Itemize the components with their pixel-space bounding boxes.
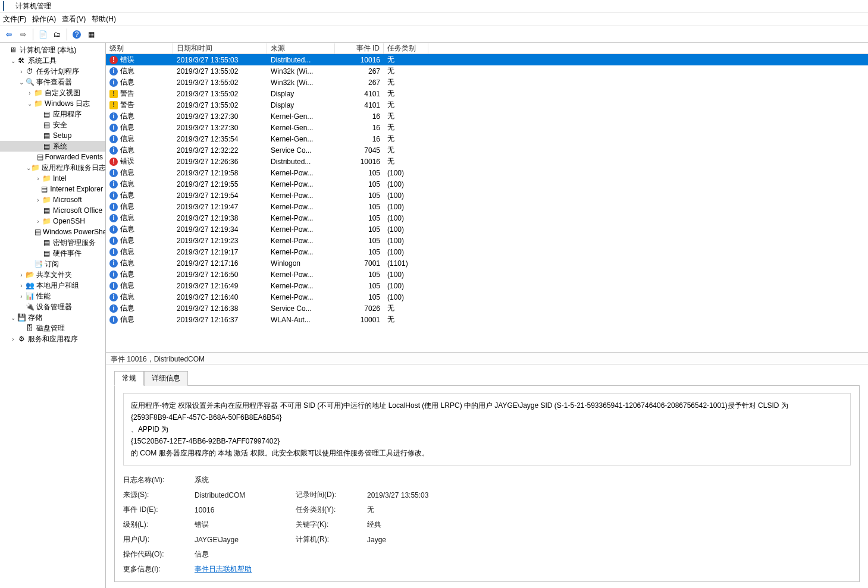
expand-icon[interactable]: ›: [18, 282, 25, 289]
tree-item[interactable]: ⌄📁应用程序和服务日志: [0, 162, 105, 173]
event-row[interactable]: i信息2019/3/27 12:19:55Kernel-Pow...105(10…: [106, 178, 868, 190]
show-hide-tree-button[interactable]: 📄: [36, 28, 49, 41]
tree-item[interactable]: ⌄💾存储: [0, 312, 105, 323]
link-online-help[interactable]: 事件日志联机帮助: [195, 565, 252, 573]
expand-icon[interactable]: ›: [10, 336, 17, 342]
cell-eventid: 105: [335, 180, 384, 188]
col-date[interactable]: 日期和时间: [173, 43, 267, 54]
tree-item[interactable]: ▤安全: [0, 120, 105, 130]
expand-icon[interactable]: ›: [26, 90, 33, 96]
help-button[interactable]: ?: [70, 28, 83, 41]
dev-icon: 🔌: [25, 302, 35, 312]
event-row[interactable]: i信息2019/3/27 12:35:54Kernel-Gen...16无: [106, 133, 868, 144]
properties-button[interactable]: 🗂: [51, 28, 64, 41]
log-icon: ▤: [35, 227, 41, 237]
tree-item[interactable]: ›📊性能: [0, 291, 105, 301]
event-row[interactable]: !错误2019/3/27 13:55:03Distributed...10016…: [106, 54, 868, 65]
tab-general[interactable]: 常规: [114, 371, 144, 386]
expand-icon[interactable]: ⌄: [18, 79, 25, 86]
expand-icon[interactable]: ⌄: [26, 165, 31, 171]
expand-icon[interactable]: ⌄: [10, 315, 17, 321]
cell-eventid: 105: [335, 237, 384, 245]
tree-item[interactable]: ▤应用程序: [0, 109, 105, 120]
event-row[interactable]: i信息2019/3/27 13:27:30Kernel-Gen...16无: [106, 111, 868, 122]
tab-details[interactable]: 详细信息: [144, 371, 188, 386]
cell-level: 信息: [120, 224, 134, 234]
tree-item[interactable]: ▤系统: [0, 141, 105, 152]
tree-item[interactable]: 🗄磁盘管理: [0, 323, 105, 334]
tree-item[interactable]: 🖥计算机管理 (本地): [0, 45, 105, 55]
tree-item[interactable]: ▤Microsoft Office: [0, 205, 105, 216]
cell-date: 2019/3/27 13:55:03: [173, 56, 267, 64]
expand-icon[interactable]: ›: [35, 197, 42, 203]
event-row[interactable]: i信息2019/3/27 12:16:40Kernel-Pow...105(10…: [106, 291, 868, 303]
event-row[interactable]: !警告2019/3/27 13:55:02Display4101无: [106, 88, 868, 99]
log-icon: ▤: [42, 131, 51, 140]
tree-item-label: 共享文件夹: [36, 270, 72, 280]
tree-item[interactable]: ▤密钥管理服务: [0, 237, 105, 248]
event-row[interactable]: i信息2019/3/27 12:19:34Kernel-Pow...105(10…: [106, 224, 868, 235]
navigation-tree[interactable]: 🖥计算机管理 (本地)⌄🛠系统工具›⏱任务计划程序⌄🔍事件查看器›📁自定义视图⌄…: [0, 43, 106, 588]
event-row[interactable]: i信息2019/3/27 12:19:58Kernel-Pow...105(10…: [106, 167, 868, 178]
expand-icon[interactable]: ›: [35, 175, 42, 182]
event-row[interactable]: i信息2019/3/27 12:17:16Winlogon7001(1101): [106, 257, 868, 269]
event-row[interactable]: i信息2019/3/27 12:19:38Kernel-Pow...105(10…: [106, 212, 868, 224]
col-source[interactable]: 来源: [267, 43, 335, 54]
tree-item[interactable]: ▤Windows PowerShell: [0, 227, 105, 237]
menu-file[interactable]: 文件(F): [3, 14, 26, 24]
event-row[interactable]: i信息2019/3/27 12:19:47Kernel-Pow...105(10…: [106, 201, 868, 212]
expand-icon[interactable]: ›: [18, 68, 25, 75]
tree-item[interactable]: 🔌设备管理器: [0, 301, 105, 312]
menu-view[interactable]: 查看(V): [62, 14, 86, 24]
col-eventid[interactable]: 事件 ID: [335, 43, 384, 54]
event-row[interactable]: !错误2019/3/27 12:26:36Distributed...10016…: [106, 156, 868, 167]
event-row[interactable]: i信息2019/3/27 12:19:17Kernel-Pow...105(10…: [106, 246, 868, 257]
col-category[interactable]: 任务类别: [384, 43, 428, 54]
event-row[interactable]: i信息2019/3/27 13:55:02Win32k (Wi...267无: [106, 77, 868, 88]
event-row[interactable]: i信息2019/3/27 12:32:22Service Co...7045无: [106, 144, 868, 156]
forward-button[interactable]: ⇨: [17, 28, 30, 41]
tree-item[interactable]: ▤硬件事件: [0, 248, 105, 259]
tree-item[interactable]: ›⚙服务和应用程序: [0, 334, 105, 344]
expand-icon[interactable]: ›: [18, 293, 25, 300]
tree-item[interactable]: ▤Internet Explorer: [0, 184, 105, 194]
tree-item[interactable]: ›📁自定义视图: [0, 87, 105, 98]
tree-item[interactable]: ▤Setup: [0, 130, 105, 141]
tree-item[interactable]: ›👥本地用户和组: [0, 280, 105, 291]
menu-action[interactable]: 操作(A): [32, 14, 56, 24]
value-user: JAYGE\Jayge: [195, 536, 284, 544]
expand-icon[interactable]: ›: [35, 218, 42, 225]
tree-item[interactable]: ›📁OpenSSH: [0, 216, 105, 227]
info-icon: i: [109, 180, 118, 188]
tree-item[interactable]: ›📁Intel: [0, 173, 105, 184]
tree-item[interactable]: ›📂共享文件夹: [0, 269, 105, 280]
tree-item[interactable]: ▤Forwarded Events: [0, 152, 105, 162]
event-row[interactable]: i信息2019/3/27 12:16:37WLAN-Aut...10001无: [106, 314, 868, 325]
tree-item-label: 性能: [36, 291, 51, 301]
event-row[interactable]: i信息2019/3/27 12:16:38Service Co...7026无: [106, 303, 868, 314]
event-row[interactable]: i信息2019/3/27 12:16:50Kernel-Pow...105(10…: [106, 269, 868, 280]
event-row[interactable]: i信息2019/3/27 12:19:23Kernel-Pow...105(10…: [106, 235, 868, 246]
event-list[interactable]: 级别 日期和时间 来源 事件 ID 任务类别 !错误2019/3/27 13:5…: [106, 43, 868, 353]
tree-item[interactable]: ⌄🛠系统工具: [0, 55, 105, 66]
event-row[interactable]: i信息2019/3/27 12:16:49Kernel-Pow...105(10…: [106, 280, 868, 291]
event-row[interactable]: i信息2019/3/27 13:27:30Kernel-Gen...16无: [106, 122, 868, 133]
back-button[interactable]: ⇦: [2, 28, 15, 41]
tree-item[interactable]: 📑订阅: [0, 259, 105, 269]
tree-item[interactable]: ›⏱任务计划程序: [0, 66, 105, 77]
event-list-header[interactable]: 级别 日期和时间 来源 事件 ID 任务类别: [106, 43, 868, 54]
event-row[interactable]: i信息2019/3/27 12:19:54Kernel-Pow...105(10…: [106, 190, 868, 201]
event-row[interactable]: !警告2019/3/27 13:55:02Display4101无: [106, 99, 868, 111]
expand-icon[interactable]: ›: [18, 272, 25, 278]
info-icon: i: [109, 282, 118, 290]
expand-icon[interactable]: ⌄: [10, 58, 17, 64]
tree-item[interactable]: ›📁Microsoft: [0, 194, 105, 205]
detail-body: 应用程序-特定 权限设置并未向在应用程序容器 不可用 SID (不可用)中运行的…: [114, 385, 860, 582]
export-button[interactable]: ▦: [84, 28, 98, 41]
col-level[interactable]: 级别: [106, 43, 173, 54]
expand-icon[interactable]: ⌄: [26, 100, 33, 107]
tree-item[interactable]: ⌄📁Windows 日志: [0, 98, 105, 109]
menu-help[interactable]: 帮助(H): [92, 14, 116, 24]
event-row[interactable]: i信息2019/3/27 13:55:02Win32k (Wi...267无: [106, 65, 868, 77]
tree-item[interactable]: ⌄🔍事件查看器: [0, 77, 105, 87]
